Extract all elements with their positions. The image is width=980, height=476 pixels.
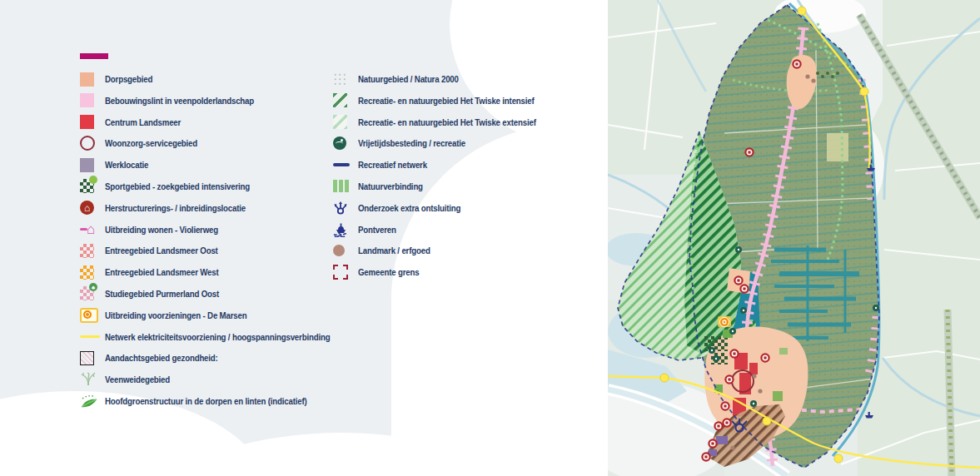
twiske-intensief-stripes	[333, 92, 353, 109]
legend-item-natura2000: Natuurgebied / Natura 2000	[333, 72, 560, 87]
legend-item-de-marsen: Uitbreiding voorzieningen - De Marsen	[80, 308, 361, 323]
legend-label: Woonzorg-servicegebied	[105, 138, 197, 148]
legend-label: Netwerk elektriciteitsvoorziening / hoog…	[105, 332, 330, 342]
legend-item-hoofdgroen: Hoofdgroenstructuur in de dorpen en lint…	[80, 394, 361, 409]
de-marsen-marker	[718, 316, 731, 327]
legend-label: Entreegebied Landsmeer Oost	[105, 245, 218, 255]
legend-item-twiske-intensief: Recreatie- en natuurgebied Het Twiske in…	[333, 93, 560, 108]
entree-west-checker	[80, 264, 100, 280]
veenweide-grass	[80, 371, 100, 388]
legend-label: Herstructurerings- / inbreidingslocatie	[105, 203, 246, 213]
legend-label: Hoofdgroenstructuur in de dorpen en lint…	[105, 396, 307, 406]
legend-item-sportgebied: Sportgebied - zoekgebied intensivering	[80, 179, 361, 194]
twiske-extensief-stripes	[333, 114, 353, 131]
legend-label: Studiegebied Purmerland Oost	[105, 289, 219, 299]
legend-label: Natuurgebied / Natura 2000	[358, 74, 459, 84]
legend-label: Aandachtsgebied gezondheid:	[105, 353, 218, 363]
legend-label: Onderzoek extra ontsluiting	[358, 203, 460, 213]
werklocatie-zone	[716, 436, 728, 444]
dorpsgebied-swatch	[80, 71, 100, 87]
de-marsen-icon	[80, 307, 100, 324]
entree-oost-checker	[80, 242, 100, 259]
legend-item-elektriciteit: Netwerk elektriciteitsvoorziening / hoog…	[80, 330, 361, 345]
legend-label: Recreatie- en natuurgebied Het Twiske in…	[358, 96, 535, 106]
herstructurering-house-ring: ⌂	[80, 200, 100, 216]
legend-label: Uitbreiding wonen - Violierweg	[105, 225, 218, 235]
map-svg	[608, 0, 980, 476]
sportgebied-zone	[704, 336, 728, 351]
legend-item-vrijetijd: Vrijetijdsbesteding / recreatie	[333, 136, 560, 151]
legend-label: Recreatief netwerk	[358, 160, 427, 170]
legend-column-right: Natuurgebied / Natura 2000 Recreatie- en…	[333, 72, 560, 286]
legend-label: Werklocatie	[105, 160, 148, 170]
legend-item-twiske-extensief: Recreatie- en natuurgebied Het Twiske ex…	[333, 115, 560, 130]
legend-item-werklocatie: Werklocatie	[80, 157, 361, 172]
bebouwingslint-swatch	[80, 92, 100, 109]
legend-item-entree-oost: Entreegebied Landsmeer Oost	[80, 243, 361, 258]
legend-item-gezondheid: Aandachtsgebied gezondheid:	[80, 350, 361, 365]
elektriciteit-line	[80, 329, 100, 345]
legend-item-dorpsgebied: Dorpsgebied	[80, 72, 361, 87]
onderzoek-arrows	[333, 200, 353, 216]
legend-label: Gemeente grens	[358, 267, 419, 277]
legend-item-woonzorg: Woonzorg-servicegebied	[80, 136, 361, 151]
structuurvisie-map	[608, 0, 980, 476]
hoofdgroen-leaf	[80, 393, 100, 409]
legend-item-centrum: Centrum Landsmeer	[80, 115, 361, 130]
gezondheid-box	[80, 350, 100, 366]
legend-item-herstructurering: ⌂ Herstructurerings- / inbreidingslocati…	[80, 201, 361, 216]
map-legend: Dorpsgebied Bebouwingslint in veenpolder…	[80, 53, 108, 70]
legend-label: Uitbreiding voorzieningen - De Marsen	[105, 310, 246, 320]
legend-item-natuurverbinding: Natuurverbinding	[333, 179, 560, 194]
vrijetijd-circle	[333, 135, 353, 151]
legend-label: Dorpsgebied	[105, 74, 152, 84]
open-field-patch	[827, 133, 848, 161]
legend-label: Landmark / erfgoed	[358, 245, 430, 255]
landmark-dot	[333, 242, 353, 259]
legend-label: Veenweidegebied	[105, 374, 170, 384]
legend-item-bebouwingslint: Bebouwingslint in veenpolderlandschap	[80, 93, 361, 108]
legend-label: Bebouwingslint in veenpolderlandschap	[105, 96, 254, 106]
gemeente-grens-dash	[333, 264, 353, 280]
legend-accent-bar	[80, 53, 108, 59]
uitbreiding-wonen-house: ⌂	[80, 221, 100, 238]
legend-label: Pontveren	[358, 225, 396, 235]
legend-item-veenweide: Veenweidegebied	[80, 372, 361, 387]
recreatief-netwerk-line	[333, 156, 353, 173]
natuurverbinding-bars	[333, 178, 353, 195]
legend-label: Centrum Landsmeer	[105, 117, 181, 127]
natura-dots	[333, 71, 353, 87]
centrum-swatch	[80, 114, 100, 131]
legend-label: Recreatie- en natuurgebied Het Twiske ex…	[358, 117, 536, 127]
legend-label: Natuurverbinding	[358, 181, 423, 191]
legend-label: Vrijetijdsbesteding / recreatie	[358, 138, 465, 148]
structuurvisie-page: { "legend": { "accent_color": "#b10e6e",…	[0, 0, 980, 476]
legend-item-pontveren: Pontveren	[333, 222, 560, 237]
legend-label: Sportgebied - zoekgebied intensivering	[105, 181, 250, 191]
woonzorg-ring	[80, 135, 100, 151]
legend-item-onderzoek: Onderzoek extra ontsluiting	[333, 201, 560, 216]
legend-item-uitbreiding-wonen: ⌂ Uitbreiding wonen - Violierweg	[80, 222, 361, 237]
legend-label: Entreegebied Landsmeer West	[105, 267, 219, 277]
legend-column-left: Dorpsgebied Bebouwingslint in veenpolder…	[80, 72, 361, 415]
studiegebied-checker: ♣	[80, 285, 100, 302]
legend-item-recreatief-netwerk: Recreatief netwerk	[333, 157, 560, 172]
legend-item-entree-west: Entreegebied Landsmeer West	[80, 265, 361, 280]
legend-item-gemeente-grens: Gemeente grens	[333, 265, 560, 280]
legend-item-studiegebied: ♣ Studiegebied Purmerland Oost	[80, 286, 361, 301]
sportgebied-checker	[80, 178, 100, 195]
werklocatie-swatch	[80, 156, 100, 173]
legend-item-landmark: Landmark / erfgoed	[333, 243, 560, 258]
pontveren-boat	[333, 221, 353, 238]
